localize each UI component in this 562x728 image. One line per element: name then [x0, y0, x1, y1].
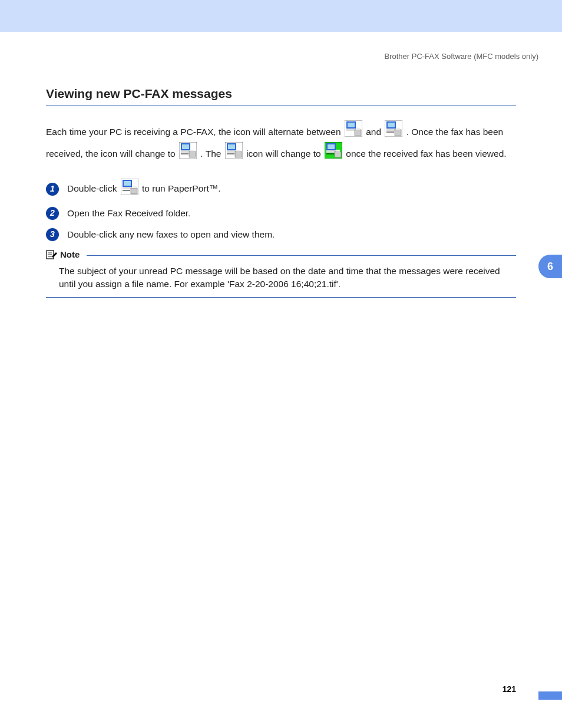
svg-rect-2: [348, 123, 355, 127]
section-title: Viewing new PC-FAX messages: [46, 87, 516, 101]
step-bullet-3: 3: [46, 228, 59, 241]
svg-rect-39: [132, 186, 136, 188]
svg-rect-8: [388, 123, 395, 127]
svg-rect-17: [189, 151, 196, 157]
step-3-text: Double-click any new faxes to open and v…: [67, 229, 275, 240]
intro-text-5: icon will change to: [246, 149, 323, 159]
step-3: 3 Double-click any new faxes to open and…: [46, 228, 516, 241]
svg-rect-25: [236, 150, 240, 151]
fax-receiving-icon-a: [345, 120, 362, 142]
svg-rect-31: [335, 151, 341, 157]
svg-rect-15: [182, 144, 189, 149]
note-pencil-icon: [46, 249, 58, 260]
svg-rect-37: [123, 187, 132, 189]
svg-rect-30: [326, 150, 336, 153]
svg-rect-18: [190, 150, 194, 151]
step-list: 1 Double-click to run PaperPort™. 2 Open…: [46, 180, 516, 241]
intro-text-4: . The: [200, 149, 223, 159]
title-divider: [46, 106, 516, 106]
intro-text-6: once the received fax has been viewed.: [346, 149, 506, 159]
step-bullet-1: 1: [46, 183, 59, 196]
top-banner: [0, 0, 562, 32]
svg-rect-3: [346, 129, 356, 131]
step-1: 1 Double-click to run PaperPort™.: [46, 180, 516, 199]
svg-rect-32: [336, 150, 340, 151]
footer-tab: [538, 691, 562, 700]
svg-rect-9: [386, 129, 396, 131]
intro-text-2: and: [366, 127, 384, 137]
intro-paragraph: Each time your PC is receiving a PC-FAX,…: [46, 121, 516, 166]
svg-rect-11: [396, 128, 400, 130]
fax-received-icon-2: [225, 142, 243, 164]
fax-received-icon-step: [121, 179, 138, 197]
svg-rect-16: [181, 150, 190, 153]
note-header-line: [87, 255, 516, 256]
note-bottom-line: [46, 297, 516, 298]
svg-rect-38: [131, 188, 137, 194]
svg-rect-10: [395, 130, 401, 136]
svg-rect-5: [356, 128, 360, 130]
note-label: Note: [60, 249, 80, 259]
step-2: 2 Open the Fax Received folder.: [46, 207, 516, 220]
step-2-text: Open the Fax Received folder.: [67, 208, 190, 219]
step-1-text-b: to run PaperPort™.: [142, 183, 221, 193]
note-body: The subject of your unread PC message wi…: [46, 260, 516, 297]
page-number: 121: [503, 684, 516, 694]
fax-received-icon: [179, 142, 197, 164]
svg-rect-23: [227, 150, 236, 153]
svg-rect-22: [228, 144, 235, 149]
svg-rect-24: [235, 151, 242, 157]
main-content: Viewing new PC-FAX messages Each time yo…: [0, 87, 562, 298]
note-header: Note: [46, 249, 516, 260]
step-1-text-a: Double-click: [67, 183, 120, 193]
svg-rect-29: [328, 144, 335, 149]
fax-receiving-icon-b: [385, 120, 402, 142]
note-box: Note The subject of your unread PC messa…: [46, 249, 516, 298]
svg-rect-36: [124, 181, 131, 186]
step-bullet-2: 2: [46, 207, 59, 220]
running-header: Brother PC-FAX Software (MFC models only…: [0, 32, 562, 61]
chapter-tab: 6: [538, 255, 562, 278]
svg-rect-4: [355, 130, 361, 136]
intro-text-1: Each time your PC is receiving a PC-FAX,…: [46, 127, 343, 137]
fax-viewed-icon: [325, 142, 342, 164]
